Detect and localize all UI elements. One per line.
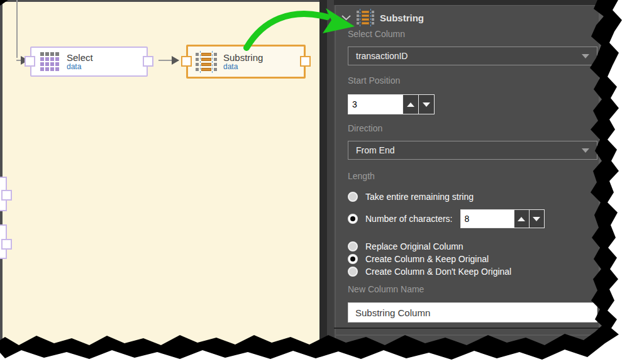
caret-down-icon	[582, 54, 589, 58]
node-output-port[interactable]	[143, 56, 153, 67]
stepper-up-button[interactable]	[402, 95, 418, 114]
direction-value: From End	[356, 145, 582, 155]
stepper-down-button[interactable]	[418, 95, 434, 114]
length-label: Length	[348, 171, 375, 181]
direction-label: Direction	[348, 123, 382, 133]
triangle-up-icon	[407, 102, 414, 107]
node-output-port[interactable]	[300, 56, 311, 67]
scrollbar[interactable]	[599, 6, 603, 339]
stepper-up-button[interactable]	[514, 210, 529, 228]
connector-arrowhead-icon	[172, 56, 179, 65]
num-characters-stepper	[460, 209, 545, 228]
new-column-name-input[interactable]	[348, 302, 597, 323]
node-subtitle: data	[223, 63, 263, 71]
substring-columns-icon	[357, 11, 374, 25]
node-output-port[interactable]	[1, 239, 12, 250]
select-column-label: Select Column	[348, 29, 405, 39]
node-input-port[interactable]	[181, 56, 192, 67]
section-divider	[334, 328, 627, 329]
radio-button-icon[interactable]	[348, 214, 358, 224]
radio-button-icon[interactable]	[348, 192, 358, 202]
table-grid-icon	[40, 52, 59, 71]
offscreen-node[interactable]	[0, 224, 7, 259]
radio-button-icon[interactable]	[348, 254, 358, 264]
triangle-down-icon	[423, 102, 430, 107]
node-substring[interactable]: Substring data	[186, 45, 306, 79]
radio-take-entire-string[interactable]: Take entire remaining string	[348, 190, 474, 203]
node-output-port[interactable]	[1, 190, 12, 201]
chevron-down-icon[interactable]	[341, 15, 351, 21]
radio-replace-original[interactable]: Replace Original Column	[348, 240, 463, 253]
radio-button-icon[interactable]	[348, 267, 358, 277]
node-subtitle: data	[67, 63, 93, 71]
select-column-value: transactionID	[356, 51, 582, 61]
radio-create-dont-keep-original[interactable]: Create Column & Don't Keep Original	[348, 265, 511, 278]
triangle-down-icon	[533, 217, 540, 221]
panel-divider	[319, 0, 327, 364]
node-select[interactable]: Select data	[30, 47, 148, 77]
panel-top-strip	[334, 0, 627, 5]
caret-down-icon	[582, 148, 589, 153]
screenshot-root: Select data Substring data	[0, 0, 627, 364]
panel-divider-inner	[327, 0, 334, 364]
substring-columns-icon	[196, 53, 217, 71]
radio-button-icon[interactable]	[348, 241, 358, 251]
canvas-left-edge	[0, 0, 3, 350]
direction-dropdown[interactable]: From End	[348, 141, 597, 160]
panel-title: Substring	[380, 13, 424, 23]
radio-create-keep-original[interactable]: Create Column & Keep Original	[348, 253, 489, 265]
node-title: Substring	[223, 52, 263, 63]
connector-line	[16, 0, 18, 58]
node-title: Select	[67, 52, 93, 63]
dataflow-canvas[interactable]: Select data Substring data	[0, 0, 321, 350]
offscreen-node[interactable]	[0, 177, 7, 211]
node-input-port[interactable]	[25, 56, 35, 67]
section-divider	[335, 334, 626, 336]
select-column-dropdown[interactable]: transactionID	[348, 47, 597, 65]
properties-panel: Substring Select Column transactionID St…	[334, 0, 627, 364]
new-column-name-label: New Column Name	[348, 284, 424, 294]
start-position-input[interactable]	[348, 95, 402, 114]
num-characters-input[interactable]	[461, 210, 514, 228]
triangle-up-icon	[518, 217, 525, 221]
stepper-down-button[interactable]	[529, 210, 544, 228]
radio-number-of-characters[interactable]: Number of characters:	[348, 208, 545, 229]
canvas-top-edge	[0, 0, 321, 2]
start-position-stepper	[348, 94, 435, 114]
start-position-label: Start Position	[348, 75, 400, 85]
